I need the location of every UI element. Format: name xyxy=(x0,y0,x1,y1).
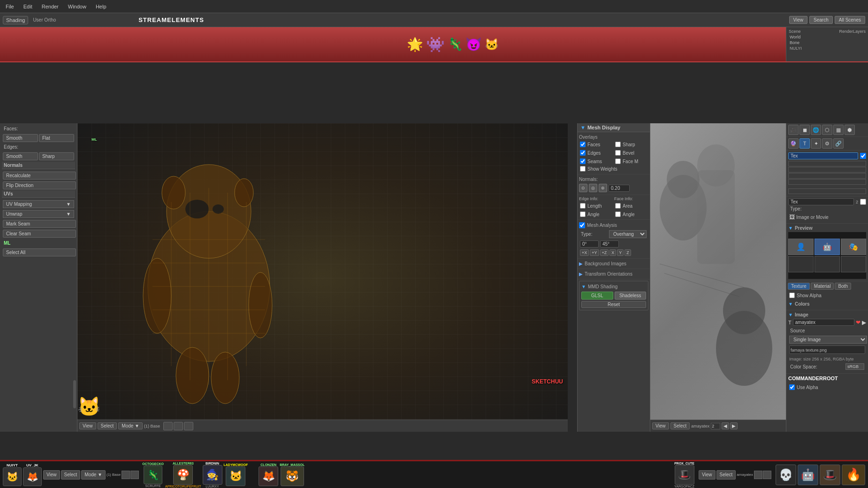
smooth2-btn[interactable]: Smooth xyxy=(3,152,38,160)
faces-checkbox[interactable] xyxy=(580,142,586,147)
rv-view-btn[interactable]: View xyxy=(652,422,669,429)
tex-slot-4[interactable] xyxy=(788,179,866,185)
prev-thumb-5[interactable] xyxy=(815,256,840,272)
rv-select-btn2[interactable]: Select xyxy=(716,470,736,480)
seams-checkbox[interactable] xyxy=(580,158,586,164)
view-button[interactable]: View xyxy=(789,16,808,24)
sharp-btn[interactable]: Sharp xyxy=(39,152,74,160)
prop-icon-tex[interactable]: T xyxy=(799,138,810,149)
prev-thumb-6[interactable] xyxy=(841,256,866,272)
prop-icon-part[interactable]: ✦ xyxy=(811,138,821,149)
show-weights-checkbox[interactable] xyxy=(580,166,586,172)
tex-slot-2[interactable] xyxy=(788,167,866,173)
plus-y-btn[interactable]: +Y xyxy=(590,249,599,256)
mesh-analysis-checkbox[interactable] xyxy=(579,222,585,228)
mode-tb-btn[interactable]: Mode ▼ xyxy=(118,422,143,429)
rv-arrow-right[interactable]: ▶ xyxy=(730,422,738,429)
tex-secondary-input[interactable] xyxy=(788,198,854,205)
vp-btn-1[interactable] xyxy=(122,471,130,479)
select-tb-btn[interactable]: Select xyxy=(98,422,117,429)
sharp-checkbox[interactable] xyxy=(615,142,621,147)
vp-mode-btn2[interactable]: Mode ▼ xyxy=(81,470,106,480)
mode-icon-3[interactable] xyxy=(184,422,193,430)
rv-select-btn[interactable]: Select xyxy=(670,422,690,429)
show-alpha-checkbox[interactable] xyxy=(789,293,795,298)
select-all-btn[interactable]: Select All xyxy=(3,248,76,256)
color-space-input[interactable] xyxy=(845,363,864,370)
prop-icon-mesh[interactable]: ⬢ xyxy=(845,125,855,135)
unwrap-dropdown[interactable]: Unwrap ▼ xyxy=(3,210,74,218)
tex2-checkbox[interactable] xyxy=(860,199,866,205)
prev-thumb-4[interactable] xyxy=(788,256,814,272)
uv-mapping-dropdown[interactable]: UV Mapping ▼ xyxy=(3,200,74,208)
bg-images-title[interactable]: ▶ Background Images xyxy=(579,260,648,267)
menu-file[interactable]: File xyxy=(3,3,17,10)
vp-view-btn2[interactable]: View xyxy=(43,470,60,480)
search-button[interactable]: Search xyxy=(809,16,833,24)
material-tab[interactable]: Material xyxy=(811,283,834,290)
tex-slot-1[interactable] xyxy=(788,161,866,166)
plus-z-btn[interactable]: +Z xyxy=(600,249,609,256)
z-btn[interactable]: Z xyxy=(624,249,631,256)
mark-seam-btn[interactable]: Mark Seam xyxy=(3,220,76,228)
deg2-input[interactable] xyxy=(600,240,619,248)
norm-btn-1[interactable]: ⊙ xyxy=(579,184,587,192)
prev-thumb-2[interactable]: 🤖 xyxy=(815,239,840,255)
mode-icon-2[interactable] xyxy=(174,422,183,430)
norm-btn-2[interactable]: ◎ xyxy=(589,184,597,192)
menu-window[interactable]: Window xyxy=(65,3,89,10)
image-name-input[interactable] xyxy=(793,319,854,326)
tex-slot-5[interactable] xyxy=(788,188,866,194)
prev-thumb-3[interactable]: 🎭 xyxy=(841,239,866,255)
shadeless-btn[interactable]: Shadeless xyxy=(615,292,647,300)
rv-tex-num[interactable] xyxy=(711,423,720,429)
prop-icon-object[interactable]: ▦ xyxy=(833,125,844,135)
length-checkbox[interactable] xyxy=(580,203,586,209)
smooth-btn[interactable]: Smooth xyxy=(3,134,38,142)
rv-btn-2[interactable] xyxy=(763,471,771,479)
normals-size-input[interactable] xyxy=(609,185,630,192)
vp-select-btn2[interactable]: Select xyxy=(61,470,81,480)
edges-checkbox[interactable] xyxy=(580,150,586,156)
use-alpha-checkbox[interactable] xyxy=(789,384,795,390)
y-btn[interactable]: Y xyxy=(617,249,624,256)
all-scenes-button[interactable]: All Scenes xyxy=(835,16,865,24)
rv-view-btn2[interactable]: View xyxy=(699,470,716,480)
prop-icon-phy[interactable]: ⚙ xyxy=(822,138,832,149)
norm-btn-3[interactable]: ⊚ xyxy=(599,184,607,192)
prop-icon-scene[interactable]: 🌐 xyxy=(811,125,821,135)
tex-active-checkbox[interactable] xyxy=(860,153,866,159)
area-checkbox[interactable] xyxy=(615,203,621,209)
vp-btn-2[interactable] xyxy=(130,471,139,479)
rv-arrow-left[interactable]: ◀ xyxy=(722,422,729,429)
3d-viewport[interactable]: 🐱 ML SKETCHUU View Select Mode ▼ (1) Bas… xyxy=(77,123,568,432)
facem-checkbox[interactable] xyxy=(615,158,621,164)
source-dropdown[interactable]: Single Image xyxy=(789,336,867,344)
recalculate-btn[interactable]: Recalculate xyxy=(3,172,76,180)
angle2-checkbox[interactable] xyxy=(615,211,621,217)
type-dropdown[interactable]: Overhang xyxy=(609,230,647,238)
tex-slot-3[interactable] xyxy=(788,173,866,179)
plus-x-btn[interactable]: +X xyxy=(580,249,589,256)
x-btn[interactable]: X xyxy=(609,249,616,256)
prop-icon-con[interactable]: 🔗 xyxy=(833,138,844,149)
prev-thumb-1[interactable]: 👤 xyxy=(788,239,814,255)
texture-tab[interactable]: Texture xyxy=(788,283,810,290)
menu-edit[interactable]: Edit xyxy=(21,3,35,10)
play-icon[interactable]: ▶ xyxy=(862,319,866,326)
deg1-input[interactable] xyxy=(580,240,599,248)
bevel-checkbox[interactable] xyxy=(615,150,621,156)
prop-icon-world[interactable]: ⬡ xyxy=(822,125,832,135)
prop-icon-mat[interactable]: 🔮 xyxy=(788,138,799,149)
mode-icon-1[interactable] xyxy=(163,422,173,430)
prop-icon-render[interactable]: ◼ xyxy=(799,125,810,135)
transform-title[interactable]: ▶ Transform Orientations xyxy=(579,270,648,278)
glsl-btn[interactable]: GLSL xyxy=(581,292,613,300)
prop-icon-camera[interactable]: 🎥 xyxy=(788,125,799,135)
texture-name-input[interactable] xyxy=(788,152,858,159)
menu-help[interactable]: Help xyxy=(93,3,109,10)
rv-btn-1[interactable] xyxy=(754,471,762,479)
reset-btn[interactable]: Reset xyxy=(581,301,646,308)
menu-render[interactable]: Render xyxy=(39,3,61,10)
both-tab[interactable]: Both xyxy=(835,283,851,290)
